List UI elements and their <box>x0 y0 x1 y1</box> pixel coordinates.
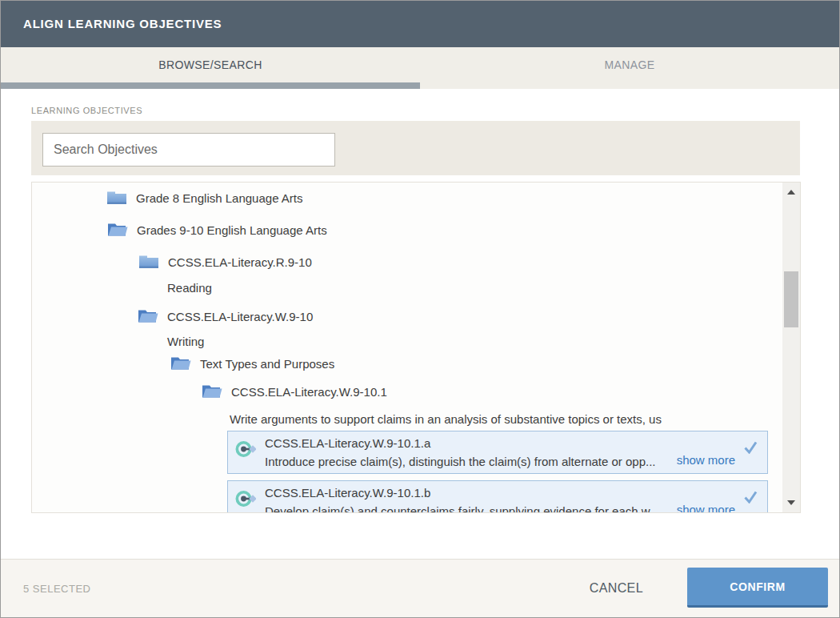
tab-browse-search[interactable]: BROWSE/SEARCH <box>1 47 420 82</box>
selected-check-icon[interactable] <box>743 491 758 504</box>
objective-description: Introduce precise claim(s), distinguish … <box>265 455 656 468</box>
confirm-button[interactable]: CONFIRM <box>687 568 828 608</box>
tree-text-writing: Writing <box>167 333 204 351</box>
selected-count: 5 SELECTED <box>23 560 90 617</box>
tab-indicator-strip <box>1 82 839 89</box>
objective-target-icon <box>235 488 256 509</box>
objectives-tree-panel: Grade 8 English Language Arts Grades 9-1… <box>31 182 801 513</box>
selected-check-icon[interactable] <box>743 441 758 454</box>
scrollbar-thumb[interactable] <box>784 271 798 327</box>
objective-code: CCSS.ELA-Literacy.W.9-10.1.b <box>265 486 430 500</box>
triangle-down-icon <box>787 500 795 505</box>
triangle-up-icon <box>787 190 795 195</box>
tree-row-label: Grades 9-10 English Language Arts <box>137 223 327 237</box>
tree-row-text-types[interactable]: Text Types and Purposes <box>170 352 334 375</box>
search-container <box>31 121 800 175</box>
align-learning-objectives-dialog: ALIGN LEARNING OBJECTIVES BROWSE/SEARCH … <box>0 0 840 618</box>
objective-description: Develop claim(s) and counterclaims fairl… <box>265 504 659 513</box>
search-input[interactable] <box>42 133 335 167</box>
show-more-link[interactable]: show more <box>677 503 735 513</box>
tree-row-grade8[interactable]: Grade 8 English Language Arts <box>106 187 302 209</box>
active-tab-indicator <box>1 82 420 89</box>
tree-text-standard-description: Write arguments to support claims in an … <box>230 411 790 428</box>
tree-row-grades9-10[interactable]: Grades 9-10 English Language Arts <box>106 219 327 241</box>
cancel-button[interactable]: CANCEL <box>590 560 643 617</box>
folder-closed-icon <box>106 189 128 207</box>
objective-code: CCSS.ELA-Literacy.W.9-10.1.a <box>265 436 430 450</box>
tab-manage[interactable]: MANAGE <box>420 47 839 82</box>
folder-open-icon <box>137 307 159 325</box>
scroll-up-button[interactable] <box>782 184 800 200</box>
tree-scrollbar[interactable] <box>782 183 800 512</box>
tree-text-reading: Reading <box>167 279 212 297</box>
tab-bar: BROWSE/SEARCH MANAGE <box>1 47 839 82</box>
section-label: LEARNING OBJECTIVES <box>31 106 142 115</box>
objective-target-icon <box>235 439 256 459</box>
scroll-down-button[interactable] <box>782 495 800 511</box>
show-more-link[interactable]: show more <box>677 453 735 467</box>
folder-open-icon <box>170 355 192 372</box>
objective-card-w-9-10-1-a[interactable]: CCSS.ELA-Literacy.W.9-10.1.a Introduce p… <box>227 431 768 474</box>
dialog-header: ALIGN LEARNING OBJECTIVES <box>1 1 839 47</box>
tree-row-label: Text Types and Purposes <box>200 357 334 371</box>
folder-open-icon <box>201 383 223 400</box>
tree-row-ccss-w-9-10[interactable]: CCSS.ELA-Literacy.W.9-10 <box>137 305 313 327</box>
objective-card-w-9-10-1-b[interactable]: CCSS.ELA-Literacy.W.9-10.1.b Develop cla… <box>227 480 768 513</box>
tree-row-ccss-r-9-10[interactable]: CCSS.ELA-Literacy.R.9-10 <box>138 251 312 273</box>
tree-row-label: CCSS.ELA-Literacy.R.9-10 <box>168 255 312 269</box>
tree-row-label: Grade 8 English Language Arts <box>136 191 302 205</box>
tree-row-ccss-w-9-10-1[interactable]: CCSS.ELA-Literacy.W.9-10.1 <box>201 380 387 403</box>
folder-open-icon <box>106 221 129 239</box>
dialog-title: ALIGN LEARNING OBJECTIVES <box>23 1 222 47</box>
tree-row-label: CCSS.ELA-Literacy.W.9-10 <box>167 310 313 323</box>
dialog-footer: 5 SELECTED CANCEL CONFIRM <box>1 559 839 617</box>
tree-row-label: CCSS.ELA-Literacy.W.9-10.1 <box>231 385 387 399</box>
folder-closed-icon <box>138 253 160 271</box>
